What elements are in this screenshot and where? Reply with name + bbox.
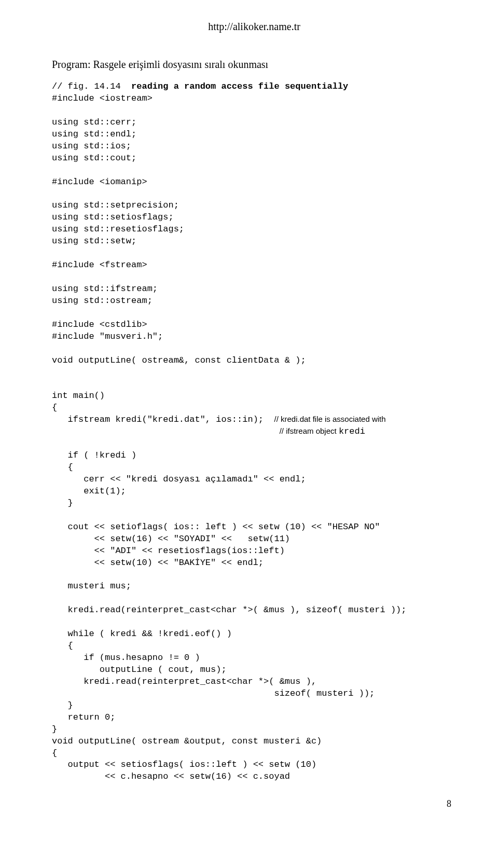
code-line: #include <iomanip>: [52, 177, 147, 187]
code-line: using std::resetiosflags;: [52, 224, 184, 234]
code-line: using std::setprecision;: [52, 200, 179, 210]
code-line: return 0;: [52, 712, 115, 722]
inline-comment: // kredi.dat file is associated with: [274, 415, 385, 423]
code-line: using std::ios;: [52, 141, 131, 151]
code-line: using std::setw;: [52, 236, 136, 246]
code-line: void outputLine( ostream&, const clientD…: [52, 355, 306, 365]
code-line: while ( kredi && !kredi.eof() ): [52, 629, 232, 639]
code-line: using std::setiosflags;: [52, 212, 174, 222]
code-line: #include <iostream>: [52, 93, 153, 103]
code-line: << "ADI" << resetiosflags(ios::left): [52, 546, 285, 556]
code-line: using std::endl;: [52, 129, 136, 139]
code-line: [52, 426, 280, 436]
page-number: 8: [52, 798, 457, 809]
code-line: #include <fstream>: [52, 260, 147, 270]
code-line: << setw(16) << "SOYADI" << setw(11): [52, 534, 290, 544]
code-line: using std::cout;: [52, 153, 136, 163]
inline-comment-code: kredi: [339, 426, 365, 436]
document-page: http://alikoker.name.tr Program: Rasgele…: [0, 0, 498, 830]
code-line-bold: reading a random access file sequentiall…: [131, 81, 348, 91]
program-heading: Program: Rasgele erişimli dosyasını sıra…: [52, 59, 457, 71]
code-line: }: [52, 700, 73, 710]
code-line: void outputLine( ostream &output, const …: [52, 736, 322, 746]
code-line: // fig. 14.14: [52, 81, 131, 91]
code-line: outputLine ( cout, mus);: [52, 665, 227, 674]
code-block: // fig. 14.14 reading a random access fi…: [52, 81, 457, 783]
code-line: #include <cstdlib>: [52, 320, 147, 329]
code-line: }: [52, 724, 57, 734]
code-line: ifstream kredi("kredi.dat", ios::in);: [52, 415, 274, 424]
code-line: if (mus.hesapno != 0 ): [52, 653, 200, 663]
code-line: musteri mus;: [52, 581, 131, 591]
code-line: << c.hesapno << setw(16) << c.soyad: [52, 771, 290, 781]
code-line: #include "musveri.h";: [52, 332, 163, 341]
code-line: {: [52, 462, 73, 472]
code-line: cerr << "kredi dosyası açılamadı" << end…: [52, 474, 306, 484]
code-line: cout << setioflags( ios:: left ) << setw…: [52, 522, 380, 532]
code-line: }: [52, 498, 73, 508]
code-line: {: [52, 403, 57, 412]
code-line: {: [52, 748, 57, 758]
code-line: kredi.read(reinterpret_cast<char *>( &mu…: [52, 605, 407, 615]
code-line: output << setiosflags( ios::left ) << se…: [52, 760, 316, 769]
code-line: kredi.read(reinterpret_cast<char *>( &mu…: [52, 677, 316, 686]
code-line: using std::cerr;: [52, 117, 136, 127]
inline-comment: // ifstream object: [280, 426, 339, 435]
code-line: exit(1);: [52, 486, 126, 496]
code-line: using std::ifstream;: [52, 284, 158, 294]
code-line: sizeof( musteri ));: [52, 688, 375, 698]
code-line: if ( !kredi ): [52, 450, 136, 460]
code-line: using std::ostream;: [52, 296, 153, 306]
code-line: {: [52, 641, 73, 651]
header-url: http://alikoker.name.tr: [52, 21, 457, 33]
code-line: int main(): [52, 391, 105, 401]
code-line: << setw(10) << "BAKİYE" << endl;: [52, 558, 264, 568]
